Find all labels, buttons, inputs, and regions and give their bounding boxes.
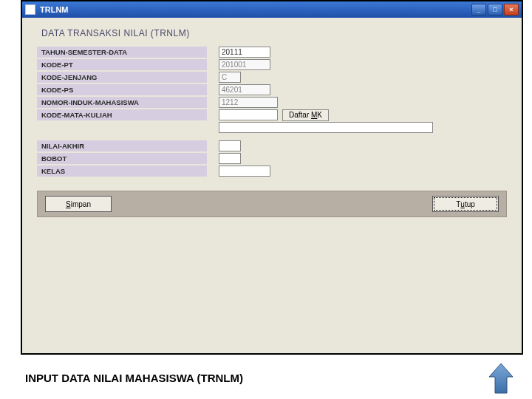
button-bar: Simpan Tutup (37, 191, 507, 217)
titlebar: TRLNM _ □ × (22, 1, 522, 18)
tutup-suffix: tup (465, 200, 475, 208)
form-rows: TAHUN-SEMESTER-DATA KODE-PT KODE-JENJANG… (37, 46, 507, 177)
input-nilai[interactable] (219, 140, 241, 151)
client-area: DATA TRANSAKSI NILAI (TRNLM) TAHUN-SEMES… (22, 18, 522, 225)
input-nim[interactable] (219, 97, 278, 108)
close-button[interactable]: × (504, 4, 519, 16)
row-kodeps: KODE-PS (37, 83, 507, 96)
label-kodemk: KODE-MATA-KULIAH (37, 109, 207, 121)
simpan-mnemonic: S (66, 200, 71, 208)
minimize-button[interactable]: _ (471, 4, 486, 16)
window-title: TRLNM (40, 5, 69, 14)
label-kodept: KODE-PT (37, 59, 207, 71)
label-kodejenjang: KODE-JENJANG (37, 72, 207, 83)
row-nilai: NILAI-AKHIR (37, 140, 507, 152)
daftar-prefix: Daftar (289, 111, 311, 119)
simpan-suffix: impan (71, 200, 91, 208)
input-bobot[interactable] (219, 153, 241, 164)
input-kodept[interactable] (219, 59, 270, 70)
input-kodeps[interactable] (219, 84, 270, 95)
label-kodeps: KODE-PS (37, 84, 207, 96)
input-kodemk-name[interactable] (219, 122, 433, 133)
simpan-button[interactable]: Simpan (45, 196, 112, 212)
arrow-up-icon (488, 362, 514, 395)
daftar-mk-button[interactable]: Daftar MK (282, 109, 329, 121)
label-nilai: NILAI-AKHIR (37, 140, 207, 152)
input-thsms[interactable] (219, 47, 270, 58)
app-icon (25, 4, 35, 15)
maximize-button[interactable]: □ (488, 4, 502, 16)
row-bobot: BOBOT (37, 152, 507, 165)
row-kodemk: KODE-MATA-KULIAH Daftar MK (37, 109, 507, 121)
row-kodejenjang: KODE-JENJANG (37, 71, 507, 83)
input-kelas[interactable] (219, 166, 270, 177)
input-kodemk[interactable] (219, 109, 278, 120)
form-title: DATA TRANSAKSI NILAI (TRNLM) (41, 28, 507, 38)
label-bobot: BOBOT (37, 153, 207, 165)
input-kodejenjang[interactable] (219, 72, 241, 83)
tutup-button[interactable]: Tutup (432, 196, 499, 212)
row-kodemk-name (37, 121, 507, 134)
daftar-suffix: K (317, 111, 322, 119)
label-nim: NOMOR-INDUK-MAHASISWA (37, 97, 207, 109)
row-kelas: KELAS (37, 165, 507, 177)
row-nim: NOMOR-INDUK-MAHASISWA (37, 96, 507, 109)
row-kodept: KODE-PT (37, 58, 507, 71)
app-window: TRLNM _ □ × DATA TRANSAKSI NILAI (TRNLM)… (22, 1, 522, 353)
viewport-frame: TRLNM _ □ × DATA TRANSAKSI NILAI (TRNLM)… (21, 0, 523, 355)
row-thsms: TAHUN-SEMESTER-DATA (37, 46, 507, 58)
label-kelas: KELAS (37, 166, 207, 177)
label-thsms: TAHUN-SEMESTER-DATA (37, 47, 207, 58)
slide-caption: INPUT DATA NILAI MAHASISWA (TRNLM) (25, 372, 243, 384)
